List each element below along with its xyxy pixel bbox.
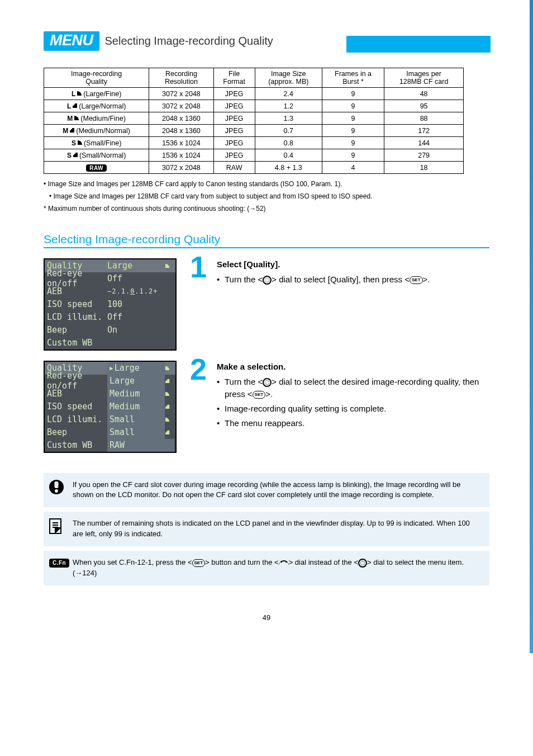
step-number-1: 1 (190, 255, 217, 279)
table-row: S(Small/Fine)1536 x 1024JPEG0.89144 (44, 137, 464, 149)
step1-instruction: Turn the <> dial to select [Quality], th… (217, 273, 489, 286)
table-footnote-3: * Maximum number of continuous shots dur… (44, 204, 489, 213)
main-dial-icon (279, 560, 289, 566)
lcd-row: ISO speed100 (45, 298, 175, 311)
quick-dial-icon (358, 559, 367, 568)
set-button-icon: SET (253, 391, 266, 399)
lcd-row: LCD illumi.Small (45, 413, 175, 426)
lcd-row: Custom WBRAW (45, 439, 175, 452)
table-row: L(Large/Normal)3072 x 2048JPEG1.2995 (44, 100, 464, 112)
step1-title: Select [Quality]. (217, 258, 489, 271)
set-button-icon: SET (410, 276, 423, 284)
table-row: M(Medium/Normal)2048 x 1360JPEG0.79172 (44, 125, 464, 137)
table-row: RAW3072 x 2048RAW4.8 + 1.3418 (44, 162, 464, 174)
lcd-row: BeepSmall (45, 426, 175, 439)
th-size: Image Size(approx. MB) (255, 68, 322, 88)
lcd-row: AEBMedium (45, 388, 175, 400)
menu-badge: MENU (44, 31, 99, 51)
lcd-screenshot-2: Quality▶LargeRed-eye on/offLargeAEBMediu… (44, 361, 177, 453)
info-note: The number of remaining shots is indicat… (44, 512, 489, 546)
step-number-2: 2 (190, 357, 217, 381)
warning-icon (49, 480, 66, 497)
section-heading: Selecting Image-recording Quality (44, 233, 489, 248)
table-row: L(Large/Fine)3072 x 2048JPEG2.4948 (44, 88, 464, 100)
lcd-row: AEB−2.1.0.1.2+ (45, 285, 175, 298)
th-shots: Images per128MB CF card (384, 68, 464, 88)
step2-instruction-3: The menu reappears. (217, 417, 489, 429)
th-quality: Image-recordingQuality (44, 68, 149, 88)
table-footnote-2: • Image Size and Images per 128MB CF car… (44, 192, 489, 201)
step2-instruction-2: Image-recording quality setting is compl… (217, 403, 489, 415)
warning-note: If you open the CF card slot cover durin… (44, 473, 489, 508)
th-format: FileFormat (213, 68, 255, 88)
th-resolution: RecordingResolution (149, 68, 213, 88)
lcd-row: ISO speedMedium (45, 400, 175, 413)
table-footnote-1: • Image Size and Images per 128MB CF car… (44, 179, 489, 188)
page-title: Selecting Image-recording Quality (105, 35, 273, 48)
step2-instruction-1: Turn the <> dial to select the desired i… (217, 376, 489, 400)
lcd-row: Custom WB (45, 337, 175, 349)
quick-dial-icon (263, 276, 272, 285)
header-accent-bar (346, 36, 491, 53)
lcd-row: LCD illumi.Off (45, 311, 175, 324)
quick-dial-icon (263, 378, 272, 387)
set-button-icon: SET (192, 559, 206, 567)
page-number: 49 (44, 613, 489, 622)
cfn-icon: C.Fn (49, 557, 66, 574)
step2-title: Make a selection. (217, 361, 489, 373)
table-row: M(Medium/Fine)2048 x 1360JPEG1.3988 (44, 112, 464, 125)
lcd-row: Red-eye on/offLarge (45, 375, 175, 388)
quality-table: Image-recordingQuality RecordingResoluti… (44, 68, 464, 174)
th-burst: Frames in aBurst * (322, 68, 384, 88)
table-row: S(Small/Normal)1536 x 1024JPEG0.49279 (44, 149, 464, 162)
lcd-row: BeepOn (45, 324, 175, 337)
document-icon (49, 518, 66, 535)
lcd-row: Red-eye on/offOff (45, 272, 175, 285)
lcd-screenshot-1: QualityLargeRed-eye on/offOffAEB−2.1.0.1… (44, 258, 177, 351)
cfn-note: C.Fn When you set C.Fn-12-1, press the <… (44, 551, 489, 585)
